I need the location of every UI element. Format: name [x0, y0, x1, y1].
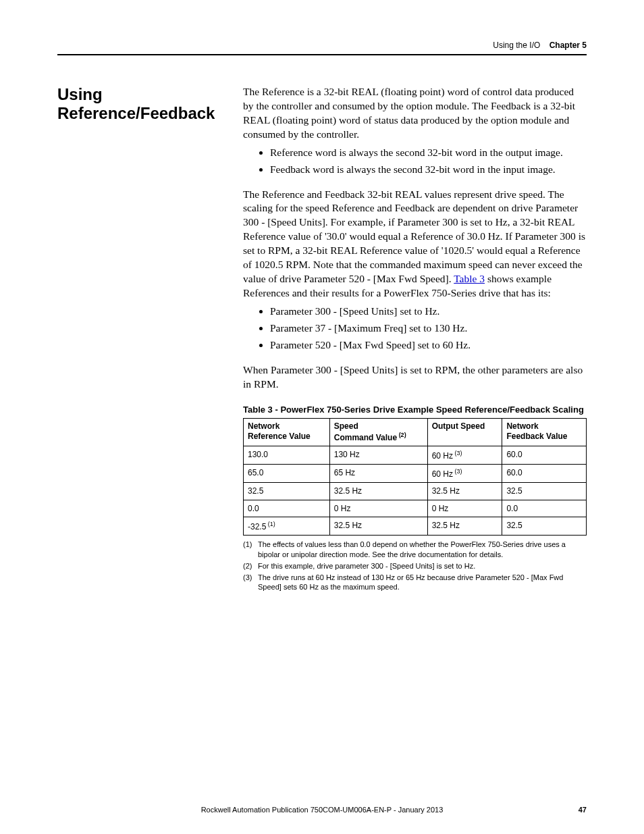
footnote: (1) The effects of values less than 0.0 … — [243, 540, 587, 560]
footnote-text: For this example, drive parameter 300 - … — [258, 561, 475, 571]
footnote-text: The effects of values less than 0.0 depe… — [258, 540, 587, 560]
header-rule — [57, 54, 587, 55]
cell-output-speed: 32.5 Hz — [427, 483, 502, 500]
superscript: (3) — [453, 450, 462, 457]
header-text: Command Value — [334, 433, 397, 442]
header-text: Network — [248, 421, 279, 431]
cell-output-speed: 60 Hz (3) — [427, 465, 502, 483]
cell-speed-command: 130 Hz — [329, 446, 427, 465]
superscript: (1) — [266, 521, 275, 527]
cell-network-ref: 65.0 — [244, 465, 330, 483]
cell-output-speed: 32.5 Hz — [427, 517, 502, 535]
bullet-list-1: Reference word is always the second 32-b… — [243, 146, 587, 177]
list-item: Reference word is always the second 32-b… — [270, 146, 587, 160]
col-header-speed-command: Speed Command Value (2) — [329, 419, 427, 446]
col-header-network-ref: Network Reference Value — [244, 419, 330, 446]
list-item: Parameter 37 - [Maximum Freq] set to 130… — [270, 321, 587, 336]
table-link[interactable]: Table 3 — [454, 273, 485, 284]
list-item: Parameter 520 - [Max Fwd Speed] set to 6… — [270, 338, 587, 353]
table-row: -32.5 (1)32.5 Hz32.5 Hz32.5 — [244, 517, 587, 535]
header-text: Feedback Value — [506, 432, 567, 441]
header-text: Speed — [334, 421, 358, 431]
cell-network-fb: 32.5 — [502, 483, 587, 500]
publication-text: Rockwell Automation Publication 750COM-U… — [78, 806, 566, 814]
page-footer: Rockwell Automation Publication 750COM-U… — [57, 806, 587, 814]
superscript: (2) — [397, 432, 406, 438]
footnote-num: (2) — [243, 561, 258, 571]
header-text: Reference Value — [248, 432, 311, 441]
footnote: (3) The drive runs at 60 Hz instead of 1… — [243, 573, 587, 593]
cell-speed-command: 32.5 Hz — [329, 483, 427, 500]
cell-speed-command: 65 Hz — [329, 465, 427, 483]
cell-network-ref: 0.0 — [244, 500, 330, 517]
cell-network-ref: -32.5 (1) — [244, 517, 330, 535]
header-text: Output Speed — [432, 421, 485, 431]
cell-speed-command: 32.5 Hz — [329, 517, 427, 535]
cell-output-speed: 0 Hz — [427, 500, 502, 517]
bullet-list-2: Parameter 300 - [Speed Units] set to Hz.… — [243, 305, 587, 353]
paragraph-intro: The Reference is a 32-bit REAL (floating… — [243, 85, 587, 142]
table-row: 65.065 Hz60 Hz (3)60.0 — [244, 465, 587, 483]
footnote-num: (1) — [243, 540, 258, 560]
footnote-num: (3) — [243, 573, 258, 593]
table-row: 130.0130 Hz60 Hz (3)60.0 — [244, 446, 587, 465]
cell-network-fb: 0.0 — [502, 500, 587, 517]
col-header-output-speed: Output Speed — [427, 419, 502, 446]
table-caption: Table 3 - PowerFlex 750-Series Drive Exa… — [243, 404, 587, 416]
table-row: 32.532.5 Hz32.5 Hz32.5 — [244, 483, 587, 500]
cell-speed-command: 0 Hz — [329, 500, 427, 517]
cell-network-fb: 60.0 — [502, 446, 587, 465]
col-header-network-fb: Network Feedback Value — [502, 419, 587, 446]
cell-network-fb: 60.0 — [502, 465, 587, 483]
cell-network-ref: 32.5 — [244, 483, 330, 500]
page-header: Using the I/O Chapter 5 — [57, 41, 587, 50]
paragraph-text: The Reference and Feedback 32-bit REAL v… — [243, 188, 585, 285]
cell-network-ref: 130.0 — [244, 446, 330, 465]
reference-feedback-table: Network Reference Value Speed Command Va… — [243, 418, 587, 536]
paragraph-rpm-note: When Parameter 300 - [Speed Units] is se… — [243, 363, 587, 392]
footnotes: (1) The effects of values less than 0.0 … — [243, 540, 587, 592]
section-heading: Using Reference/Feedback — [57, 85, 230, 123]
cell-network-fb: 32.5 — [502, 517, 587, 535]
footnote-text: The drive runs at 60 Hz instead of 130 H… — [258, 573, 587, 593]
list-item: Feedback word is always the second 32-bi… — [270, 163, 587, 177]
header-text: Network — [506, 421, 538, 431]
chapter-label: Chapter 5 — [549, 41, 587, 50]
cell-output-speed: 60 Hz (3) — [427, 446, 502, 465]
list-item: Parameter 300 - [Speed Units] set to Hz. — [270, 305, 587, 319]
superscript: (3) — [453, 468, 462, 475]
page-number: 47 — [566, 806, 587, 814]
table-row: 0.00 Hz0 Hz0.0 — [244, 500, 587, 517]
footnote: (2) For this example, drive parameter 30… — [243, 561, 587, 571]
breadcrumb: Using the I/O — [493, 41, 540, 50]
paragraph-detail: The Reference and Feedback 32-bit REAL v… — [243, 188, 587, 301]
